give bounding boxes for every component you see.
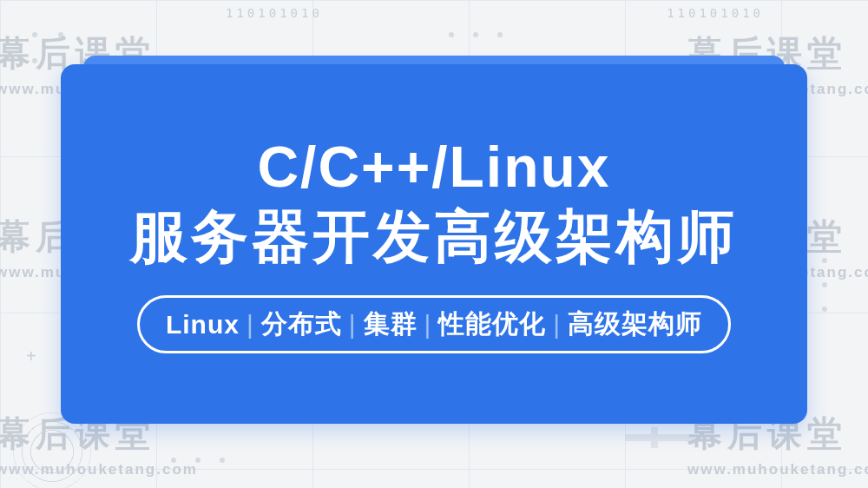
course-title: C/C++/Linux 服务器开发高级架构师	[130, 135, 738, 270]
tag-sep: |	[423, 310, 434, 340]
tag: Linux	[166, 310, 240, 340]
title-line1: C/C++/Linux	[257, 135, 610, 199]
tag-sep: |	[245, 310, 256, 340]
binary-text: 110101010	[667, 7, 764, 19]
plus-icon: +	[26, 347, 36, 365]
tag-sep: |	[551, 310, 562, 340]
main-card: C/C++/Linux 服务器开发高级架构师 Linux| 分布式| 集群| 性…	[61, 64, 807, 424]
title-line2: 服务器开发高级架构师	[130, 204, 738, 270]
tag: 性能优化	[438, 307, 546, 342]
tag-sep: |	[347, 310, 358, 340]
tag: 集群	[364, 307, 418, 342]
tag-bar: Linux| 分布式| 集群| 性能优化| 高级架构师	[137, 295, 731, 353]
binary-text: 110101010	[226, 7, 323, 19]
tag: 高级架构师	[568, 307, 702, 342]
tag: 分布式	[261, 307, 342, 342]
